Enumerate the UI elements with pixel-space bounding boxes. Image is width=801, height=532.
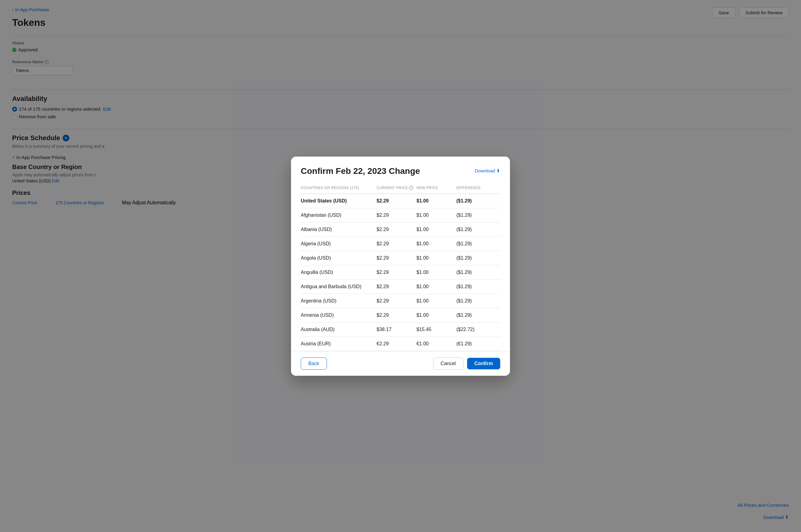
col-new-header: NEW PRICE [416, 182, 456, 194]
cell-current: $38.17 [376, 322, 416, 337]
cell-new: $1.00 [416, 265, 456, 279]
cell-current: $2.29 [376, 194, 416, 208]
cell-country: Armenia (USD) [301, 308, 376, 322]
table-row: Anguilla (USD)$2.29$1.00($1.29) [301, 265, 500, 279]
cell-diff: ($1.29) [457, 208, 500, 222]
table-row: Albania (USD)$2.29$1.00($1.29) [301, 222, 500, 236]
modal-header: Confirm Feb 22, 2023 Change Download ⬆ [291, 156, 510, 182]
modal-overlay[interactable]: Confirm Feb 22, 2023 Change Download ⬆ C… [0, 0, 801, 532]
modal-download-link[interactable]: Download ⬆ [475, 168, 500, 174]
cell-diff: ($1.29) [457, 279, 500, 294]
cell-current: $2.29 [376, 236, 416, 251]
cell-country: Argentina (USD) [301, 294, 376, 308]
col-country-header: COUNTRIES OR REGIONS (175) [301, 182, 376, 194]
cell-new: $1.00 [416, 279, 456, 294]
cell-new: $1.00 [416, 308, 456, 322]
cell-country: Albania (USD) [301, 222, 376, 236]
cell-country: Antigua and Barbuda (USD) [301, 279, 376, 294]
footer-right: Cancel Confirm [433, 358, 500, 370]
col-current-header: CURRENT PRICE ? [376, 182, 416, 194]
cell-country: Angola (USD) [301, 251, 376, 265]
cell-country: Algeria (USD) [301, 236, 376, 251]
confirm-button[interactable]: Confirm [467, 358, 500, 369]
cell-diff: (€1.29) [457, 337, 500, 351]
cell-new: $1.00 [416, 251, 456, 265]
cell-country: Anguilla (USD) [301, 265, 376, 279]
price-table-body: United States (USD)$2.29$1.00($1.29)Afgh… [301, 194, 500, 351]
table-row: Antigua and Barbuda (USD)$2.29$1.00($1.2… [301, 279, 500, 294]
modal-footer: Back Cancel Confirm [291, 351, 510, 376]
cell-current: $2.29 [376, 294, 416, 308]
cell-current: €2.29 [376, 337, 416, 351]
modal-download-icon: ⬆ [496, 168, 500, 174]
cell-diff: ($1.29) [457, 251, 500, 265]
cell-country: United States (USD) [301, 194, 376, 208]
table-row: Algeria (USD)$2.29$1.00($1.29) [301, 236, 500, 251]
table-row: Afghanistan (USD)$2.29$1.00($1.29) [301, 208, 500, 222]
cell-diff: ($1.29) [457, 265, 500, 279]
col-diff-header: DIFFERENCE [457, 182, 500, 194]
cell-new: $1.00 [416, 222, 456, 236]
cell-diff: ($1.29) [457, 308, 500, 322]
table-row: United States (USD)$2.29$1.00($1.29) [301, 194, 500, 208]
current-price-help-icon[interactable]: ? [409, 186, 413, 190]
cell-new: $1.00 [416, 208, 456, 222]
cell-current: $2.29 [376, 222, 416, 236]
cell-new: $15.45 [416, 322, 456, 337]
cell-country: Australia (AUD) [301, 322, 376, 337]
cell-country: Austria (EUR) [301, 337, 376, 351]
cancel-button[interactable]: Cancel [433, 358, 463, 370]
cell-diff: ($1.29) [457, 194, 500, 208]
cell-diff: ($1.29) [457, 222, 500, 236]
cell-new: €1.00 [416, 337, 456, 351]
cell-new: $1.00 [416, 294, 456, 308]
cell-diff: ($1.29) [457, 236, 500, 251]
confirm-modal: Confirm Feb 22, 2023 Change Download ⬆ C… [291, 156, 510, 376]
cell-diff: ($1.29) [457, 294, 500, 308]
table-row: Australia (AUD)$38.17$15.45($22.72) [301, 322, 500, 337]
table-row: Argentina (USD)$2.29$1.00($1.29) [301, 294, 500, 308]
table-header-row: COUNTRIES OR REGIONS (175) CURRENT PRICE… [301, 182, 500, 194]
table-row: Austria (EUR)€2.29€1.00(€1.29) [301, 337, 500, 351]
cell-current: $2.29 [376, 251, 416, 265]
cell-current: $2.29 [376, 265, 416, 279]
price-change-table: COUNTRIES OR REGIONS (175) CURRENT PRICE… [301, 182, 500, 351]
cell-current: $2.29 [376, 308, 416, 322]
cell-current: $2.29 [376, 279, 416, 294]
cell-country: Afghanistan (USD) [301, 208, 376, 222]
table-row: Armenia (USD)$2.29$1.00($1.29) [301, 308, 500, 322]
cell-diff: ($22.72) [457, 322, 500, 337]
cell-current: $2.29 [376, 208, 416, 222]
cell-new: $1.00 [416, 236, 456, 251]
modal-title: Confirm Feb 22, 2023 Change [301, 166, 420, 176]
back-button[interactable]: Back [301, 358, 327, 370]
table-row: Angola (USD)$2.29$1.00($1.29) [301, 251, 500, 265]
modal-table-container: COUNTRIES OR REGIONS (175) CURRENT PRICE… [291, 182, 510, 351]
cell-new: $1.00 [416, 194, 456, 208]
